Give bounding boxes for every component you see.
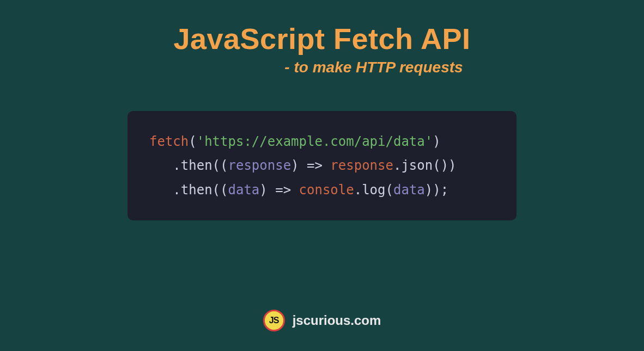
token-open-paren: (: [189, 134, 196, 149]
token-url-string: 'https://example.com/api/data': [197, 134, 433, 149]
logo-text: JS: [269, 316, 279, 325]
token-response-obj: response: [330, 158, 393, 173]
code-line-2: .then((response) => response.json()): [149, 153, 495, 177]
token-json-method: json: [401, 158, 433, 173]
footer: JS jscurious.com: [0, 310, 644, 331]
token-then2: then: [181, 182, 212, 198]
token-close-paren: ): [433, 134, 440, 149]
token-open2: (: [386, 182, 393, 198]
token-arrow2: ) =>: [259, 182, 299, 198]
token-dbl-open: ((: [212, 158, 228, 173]
js-logo-icon: JS: [263, 310, 285, 331]
token-call-close: ()): [433, 158, 456, 173]
token-dot2: .: [393, 158, 401, 173]
code-snippet: fetch('https://example.com/api/data') .t…: [127, 111, 517, 220]
token-indent2: [149, 182, 173, 198]
token-dbl-open2: ((: [212, 182, 228, 198]
site-name: jscurious.com: [293, 313, 381, 328]
page-subtitle: - to make HTTP requests: [284, 59, 463, 76]
token-dot: .: [173, 158, 180, 173]
token-dot4: .: [354, 182, 362, 198]
code-line-1: fetch('https://example.com/api/data'): [149, 130, 495, 153]
token-dot3: .: [173, 182, 180, 198]
page-title: JavaScript Fetch API: [173, 22, 470, 56]
token-close-stmt: ));: [425, 182, 448, 198]
token-log-method: log: [362, 182, 385, 198]
token-indent: [149, 158, 173, 173]
token-console-obj: console: [299, 182, 354, 198]
token-param-data: data: [228, 182, 260, 198]
code-line-3: .then((data) => console.log(data));: [149, 178, 495, 202]
token-param-response: response: [228, 158, 291, 173]
token-then: then: [181, 158, 212, 173]
token-arrow: ) =>: [291, 158, 330, 173]
token-arg-data: data: [393, 182, 425, 198]
token-fetch: fetch: [149, 134, 189, 149]
header: JavaScript Fetch API - to make HTTP requ…: [173, 22, 470, 76]
